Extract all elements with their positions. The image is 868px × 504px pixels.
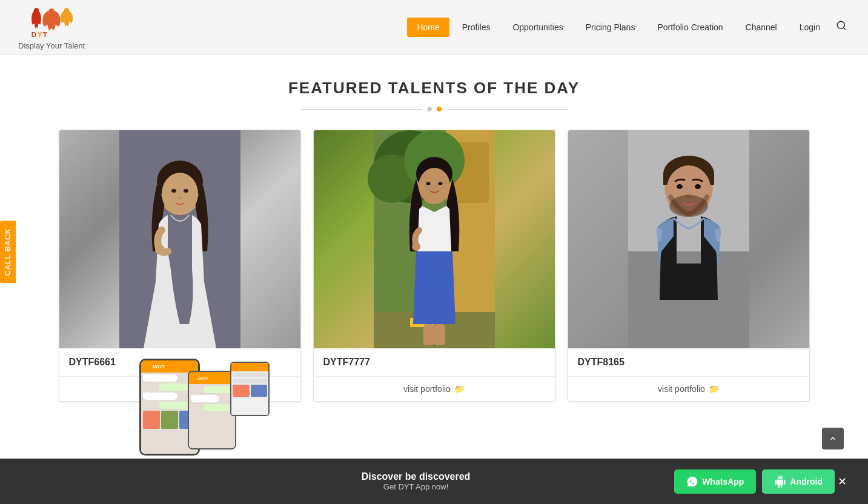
tablet-thumb-2: [251, 385, 268, 397]
tablet-device: [230, 362, 270, 414]
nav-channel[interactable]: Channel: [736, 18, 787, 37]
section-title: FEATURED TALENTS OF THE DAY: [12, 79, 856, 98]
svg-rect-29: [423, 324, 434, 345]
section-divider: [12, 107, 856, 111]
site-logo: D Y T: [21, 4, 82, 40]
main-nav: Home Profiles Opportunities Pricing Plan…: [407, 17, 850, 37]
visit-portfolio-3[interactable]: visit portfolio 📁: [578, 384, 800, 394]
small-bubble-1: [204, 386, 233, 393]
thumb-2: [161, 411, 178, 414]
tablet-content: [231, 371, 268, 414]
search-button[interactable]: [833, 17, 850, 37]
talent-card-2-id: DYTF7777: [314, 348, 555, 377]
svg-point-15: [155, 245, 165, 254]
svg-point-31: [412, 242, 420, 251]
tablet-top-bar: [231, 363, 268, 371]
tablet-thumbs: [233, 385, 267, 397]
svg-point-12: [171, 189, 176, 193]
svg-point-13: [184, 189, 188, 193]
tablet-row-1: [233, 373, 267, 377]
talent-card-3-id: DYTF8165: [568, 348, 809, 377]
carousel-dot-1[interactable]: [427, 107, 432, 111]
svg-point-26: [419, 168, 450, 204]
svg-point-28: [438, 182, 442, 185]
chat-bubble-1: [143, 374, 177, 382]
svg-point-11: [162, 173, 198, 215]
talent-card-2: DYTF7777 visit portfolio 📁: [313, 130, 555, 402]
svg-line-7: [843, 27, 845, 29]
svg-text:T: T: [43, 30, 47, 38]
talent-card-2-footer[interactable]: visit portfolio 📁: [314, 377, 555, 401]
svg-text:MDYT: MDYT: [153, 365, 165, 369]
nav-login[interactable]: Login: [790, 18, 830, 37]
tablet-row-2: [233, 379, 267, 383]
folder-icon-3: 📁: [709, 384, 719, 394]
talent-card-3-footer[interactable]: visit portfolio 📁: [568, 377, 809, 401]
nav-portfolio-creation[interactable]: Portfolio Creation: [648, 18, 732, 37]
tablet-thumb-1: [233, 385, 250, 397]
chat-bubble-3: [143, 393, 177, 400]
small-bubble-3: [204, 404, 233, 411]
nav-profiles[interactable]: Profiles: [452, 18, 500, 37]
svg-text:D: D: [31, 30, 36, 38]
svg-text:MDYT: MDYT: [198, 377, 208, 380]
svg-point-14: [178, 197, 182, 199]
svg-point-27: [426, 182, 430, 185]
logo-area[interactable]: D Y T Display Your Talent: [18, 4, 85, 50]
search-icon: [836, 20, 847, 31]
svg-point-40: [695, 184, 701, 189]
phone-small-chat: [189, 384, 235, 414]
talent-card-3: DYTF8165 visit portfolio 📁: [568, 130, 810, 402]
svg-rect-30: [434, 324, 445, 345]
app-mockup-image: MDYT MDYT: [133, 359, 267, 414]
nav-home[interactable]: Home: [407, 18, 449, 37]
phone-small: MDYT: [188, 371, 236, 414]
folder-icon-2: 📁: [454, 384, 465, 394]
svg-point-6: [837, 21, 844, 28]
call-back-tab[interactable]: CALL BACK: [0, 221, 16, 284]
small-bubble-2: [191, 395, 219, 402]
thumb-1: [143, 411, 160, 414]
nav-opportunities[interactable]: Opportunities: [503, 18, 572, 37]
phone-small-screen: MDYT: [189, 372, 235, 414]
nav-pricing-plans[interactable]: Pricing Plans: [576, 18, 645, 37]
svg-point-39: [677, 184, 683, 189]
main-content: FEATURED TALENTS OF THE DAY: [0, 55, 868, 414]
carousel-dot-2[interactable]: [437, 107, 442, 111]
svg-text:Y: Y: [38, 30, 42, 38]
visit-portfolio-2[interactable]: visit portfolio 📁: [323, 384, 545, 394]
logo-text: Display Your Talent: [18, 41, 85, 50]
phone-small-topbar: MDYT: [189, 372, 235, 384]
screen-top-bar: MDYT: [141, 360, 198, 373]
talent-card-1-image: [59, 130, 300, 348]
site-header: D Y T Display Your Talent Home Profiles …: [0, 0, 868, 55]
talent-card-2-image: [314, 130, 555, 348]
tablet-screen: [231, 363, 268, 414]
talent-card-3-image: [568, 130, 809, 348]
